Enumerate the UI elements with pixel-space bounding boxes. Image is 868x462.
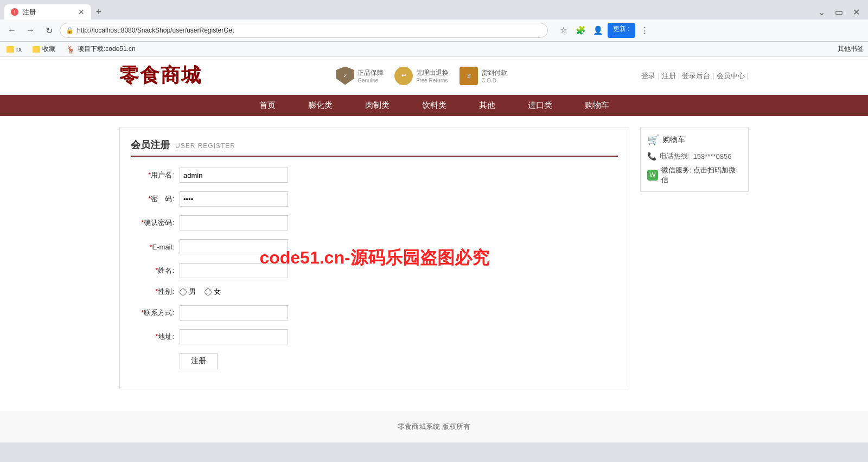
email-input[interactable] bbox=[180, 239, 288, 254]
nav-cart[interactable]: 购物车 bbox=[569, 95, 626, 116]
contact-row: *联系方式: bbox=[131, 305, 618, 320]
bookmark-code51[interactable]: 🦌 项目下载:code51.cn bbox=[64, 43, 138, 55]
nav-drinks[interactable]: 饮料类 bbox=[406, 95, 463, 116]
address-bar[interactable]: 🔒 http://localhost:8080/SnackShop/user/u… bbox=[60, 23, 548, 38]
fullname-input[interactable] bbox=[180, 263, 288, 278]
badge-return-main: 无理由退换 bbox=[416, 68, 449, 78]
url-text: http://localhost:8080/SnackShop/user/use… bbox=[77, 27, 234, 34]
update-button[interactable]: 更新 : bbox=[608, 23, 635, 38]
contact-input[interactable] bbox=[180, 305, 288, 320]
main-content: code51.cn-源码乐园盗图必究 会员注册 USER REGISTER *用… bbox=[119, 127, 629, 389]
sidebar-wechat[interactable]: W 微信服务: 点击扫码加微信 bbox=[647, 165, 742, 185]
login-link[interactable]: 登录 bbox=[641, 71, 655, 81]
required-mark: * bbox=[141, 309, 144, 317]
footer-text: 零食商城系统 版权所有 bbox=[398, 422, 470, 431]
close-window-button[interactable]: ✕ bbox=[848, 4, 864, 20]
bookmark-star-button[interactable]: ☆ bbox=[556, 23, 571, 38]
new-tab-button[interactable]: + bbox=[91, 4, 106, 20]
bookmark-favorites[interactable]: 收藏 bbox=[30, 43, 58, 55]
username-row: *用户名: bbox=[131, 168, 618, 183]
menu-button[interactable]: ⋮ bbox=[637, 23, 653, 38]
profile-button[interactable]: 👤 bbox=[590, 23, 605, 38]
reload-button[interactable]: ↻ bbox=[41, 23, 56, 38]
password-label: *密 码: bbox=[131, 194, 180, 204]
site-logo[interactable]: 零食商城 bbox=[119, 62, 202, 89]
tab-favicon: ! bbox=[11, 8, 18, 16]
restore-button[interactable]: ▭ bbox=[831, 4, 846, 20]
shield-icon: ✓ bbox=[336, 67, 354, 85]
submit-row: 注册 bbox=[131, 353, 618, 369]
username-label: *用户名: bbox=[131, 170, 180, 180]
window-controls: ⌄ ▭ ✕ bbox=[814, 4, 868, 20]
bookmark-other-label: 其他书签 bbox=[838, 44, 864, 54]
gender-male-radio[interactable] bbox=[180, 288, 187, 296]
bookmark-code51-label: 项目下载:code51.cn bbox=[78, 44, 136, 54]
return-icon: ↩ bbox=[394, 67, 413, 85]
password-input[interactable] bbox=[180, 191, 288, 207]
register-title-en: USER REGISTER bbox=[175, 142, 235, 150]
required-mark: * bbox=[141, 219, 144, 227]
forward-button[interactable]: → bbox=[23, 23, 38, 38]
bookmarks-bar: rx 收藏 🦌 项目下载:code51.cn 其他书签 bbox=[0, 42, 868, 57]
required-mark: * bbox=[155, 266, 158, 274]
badge-genuine: ✓ 正品保障 Genuine bbox=[336, 67, 384, 85]
submit-button[interactable]: 注册 bbox=[180, 353, 218, 369]
divider1: | bbox=[658, 72, 659, 80]
wechat-icon: W bbox=[647, 170, 658, 181]
nav-meat[interactable]: 肉制类 bbox=[349, 95, 406, 116]
member-center-link[interactable]: 会员中心 bbox=[717, 71, 745, 81]
gender-female-radio[interactable] bbox=[205, 288, 212, 296]
tab-title: 注册 bbox=[23, 8, 36, 17]
nav-puffed[interactable]: 膨化类 bbox=[292, 95, 349, 116]
address-bar-row: ← → ↻ 🔒 http://localhost:8080/SnackShop/… bbox=[0, 20, 868, 42]
extensions-button[interactable]: 🧩 bbox=[573, 23, 588, 38]
divider2: | bbox=[678, 72, 680, 80]
phone-label: 电话热线: bbox=[660, 151, 690, 161]
badge-return: ↩ 无理由退换 Free Returns bbox=[394, 67, 449, 85]
bookmark-rx[interactable]: rx bbox=[4, 44, 24, 54]
badge-cod: $ 货到付款 C.O.D. bbox=[459, 67, 507, 85]
confirm-password-input[interactable] bbox=[180, 215, 288, 230]
password-row: *密 码: bbox=[131, 191, 618, 207]
required-mark: * bbox=[148, 171, 151, 179]
gender-male-label: 男 bbox=[189, 287, 196, 297]
lock-icon: 🔒 bbox=[66, 27, 74, 34]
fullname-label: *姓名: bbox=[131, 266, 180, 275]
confirm-password-label: *确认密码: bbox=[131, 218, 180, 228]
tab-bar: ! 注册 ✕ + ⌄ ▭ ✕ bbox=[0, 0, 868, 20]
badge-return-text: 无理由退换 Free Returns bbox=[416, 68, 449, 84]
sidebar-cart-title: 🛒 购物车 bbox=[647, 134, 742, 146]
tab-close-button[interactable]: ✕ bbox=[78, 8, 85, 16]
confirm-password-row: *确认密码: bbox=[131, 215, 618, 230]
back-button[interactable]: ← bbox=[4, 23, 20, 38]
address-input[interactable] bbox=[180, 329, 288, 344]
bookmark-favorites-label: 收藏 bbox=[42, 44, 55, 54]
address-label: *地址: bbox=[131, 332, 180, 342]
bookmark-other[interactable]: 其他书签 bbox=[838, 44, 864, 54]
register-title-cn: 会员注册 bbox=[131, 138, 170, 151]
gender-male-option[interactable]: 男 bbox=[180, 287, 196, 297]
page: 零食商城 ✓ 正品保障 Genuine ↩ 无理由退换 Free Return bbox=[0, 57, 868, 442]
gender-female-option[interactable]: 女 bbox=[205, 287, 221, 297]
minimize-button[interactable]: ⌄ bbox=[814, 4, 829, 20]
badge-cod-text: 货到付款 C.O.D. bbox=[481, 68, 507, 84]
active-tab[interactable]: ! 注册 ✕ bbox=[4, 4, 91, 20]
gender-female-label: 女 bbox=[214, 287, 221, 297]
register-link[interactable]: 注册 bbox=[662, 71, 676, 81]
browser-actions: ☆ 🧩 👤 更新 : ⋮ bbox=[556, 23, 653, 38]
phone-number: 158****0856 bbox=[693, 152, 732, 161]
nav-imported[interactable]: 进口类 bbox=[512, 95, 569, 116]
gender-label: *性别: bbox=[131, 287, 180, 297]
nav-home[interactable]: 首页 bbox=[243, 95, 292, 116]
site-header: 零食商城 ✓ 正品保障 Genuine ↩ 无理由退换 Free Return bbox=[108, 57, 760, 94]
username-input[interactable] bbox=[180, 168, 288, 183]
badge-genuine-text: 正品保障 Genuine bbox=[358, 68, 384, 84]
nav-other[interactable]: 其他 bbox=[463, 95, 512, 116]
admin-link[interactable]: 登录后台 bbox=[682, 71, 710, 81]
badge-cod-main: 货到付款 bbox=[481, 68, 507, 78]
main-nav: 首页 膨化类 肉制类 饮料类 其他 进口类 购物车 bbox=[0, 95, 868, 116]
sidebar-cart: 🛒 购物车 📞 电话热线: 158****0856 W 微信服务: 点击扫码加微… bbox=[640, 127, 749, 192]
sidebar: 🛒 购物车 📞 电话热线: 158****0856 W 微信服务: 点击扫码加微… bbox=[640, 127, 749, 389]
required-mark: * bbox=[149, 243, 152, 251]
badge-cod-sub: C.O.D. bbox=[481, 78, 507, 84]
